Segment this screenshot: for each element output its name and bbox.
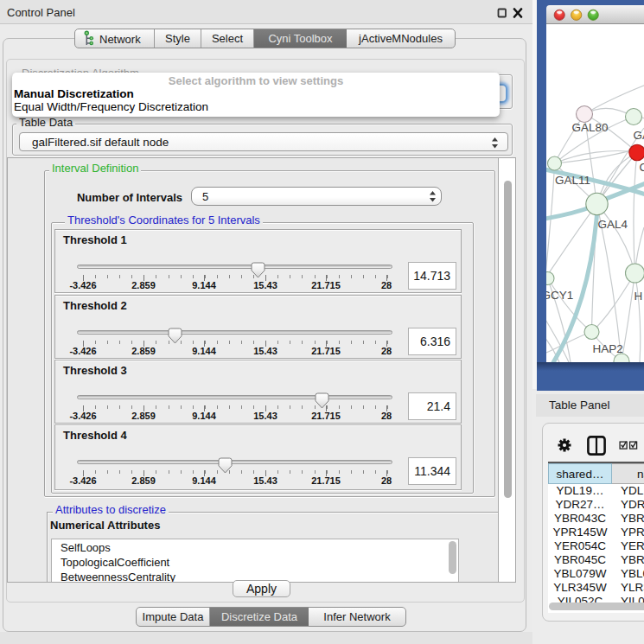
svg-text:GAL11: GAL11 (555, 174, 590, 187)
svg-text:GCY1: GCY1 (546, 289, 573, 302)
svg-text:GAL4: GAL4 (598, 218, 628, 231)
svg-text:GA: GA (634, 129, 644, 142)
svg-text:HAP2: HAP2 (593, 342, 623, 355)
svg-text:H: H (634, 290, 643, 303)
svg-text:GAL80: GAL80 (572, 121, 609, 134)
svg-text:C: C (640, 161, 644, 174)
